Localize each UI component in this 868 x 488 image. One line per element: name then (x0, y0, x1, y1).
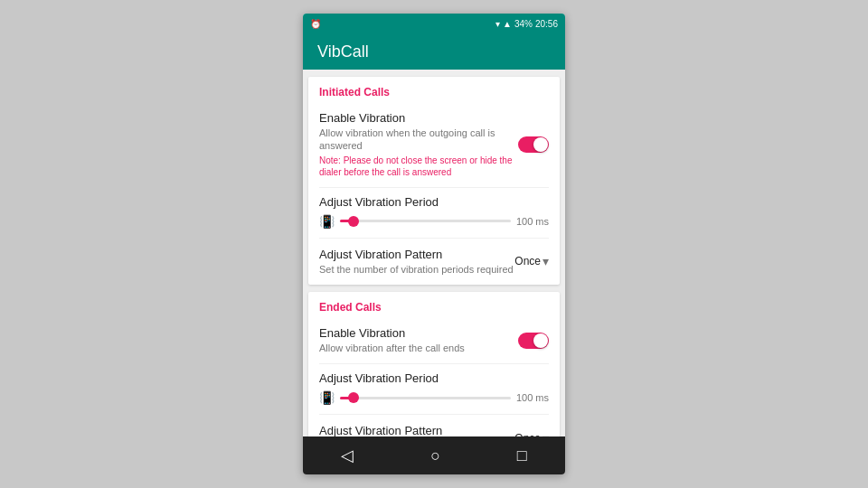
vibration-pattern-initiated-text: Adjust Vibration Pattern Set the number … (319, 248, 514, 276)
initiated-calls-label: Initiated Calls (308, 77, 560, 102)
enable-vibration-initiated-note: Note: Please do not close the screen or … (319, 155, 518, 178)
vibration-pattern-initiated-subtitle: Set the number of vibration periods requ… (319, 263, 514, 276)
phone-container: ⏰ ▾ ▲ 34% 20:56 VibCall Initiated Calls … (303, 14, 565, 474)
vibration-pattern-initiated-title: Adjust Vibration Pattern (319, 248, 514, 261)
vibration-period-ended-track[interactable] (340, 397, 511, 399)
enable-vibration-initiated-text: Enable Vibration Allow vibration when th… (319, 111, 518, 178)
enable-vibration-initiated-row: Enable Vibration Allow vibration when th… (308, 102, 560, 187)
enable-vibration-ended-row: Enable Vibration Allow vibration after t… (308, 317, 560, 363)
status-bar: ⏰ ▾ ▲ 34% 20:56 (303, 14, 565, 33)
back-button[interactable]: ◁ (341, 446, 354, 465)
vibration-period-initiated-value: 100 ms (516, 216, 549, 227)
vibration-pattern-initiated-dropdown[interactable]: Once ▾ (514, 254, 549, 268)
alarm-icon: ⏰ (310, 19, 321, 29)
slider-thumb-initiated (348, 216, 359, 227)
vibration-pattern-initiated-row: Adjust Vibration Pattern Set the number … (308, 239, 560, 285)
initiated-calls-card: Initiated Calls Enable Vibration Allow v… (308, 77, 560, 285)
wifi-icon: ▾ (495, 19, 500, 29)
enable-vibration-initiated-subtitle: Allow vibration when the outgoing call i… (319, 127, 518, 153)
app-bar: VibCall (303, 33, 565, 70)
enable-vibration-initiated-toggle[interactable] (518, 136, 549, 153)
bottom-nav: ◁ ○ □ (303, 436, 565, 474)
enable-vibration-initiated-title: Enable Vibration (319, 111, 518, 125)
app-title: VibCall (317, 42, 369, 61)
vibration-icon-ended: 📳 (319, 390, 335, 405)
vibration-period-initiated-title: Adjust Vibration Period (308, 188, 560, 211)
dropdown-arrow-initiated: ▾ (542, 254, 549, 268)
vibration-period-ended-title: Adjust Vibration Period (308, 364, 560, 387)
vibration-pattern-ended-row: Adjust Vibration Pattern Set the number … (308, 415, 560, 436)
content-area: Initiated Calls Enable Vibration Allow v… (303, 70, 565, 436)
ended-calls-card: Ended Calls Enable Vibration Allow vibra… (308, 292, 560, 436)
vibration-period-initiated-row: 📳 100 ms (308, 211, 560, 238)
home-button[interactable]: ○ (430, 446, 440, 465)
vibration-pattern-ended-text: Adjust Vibration Pattern Set the number … (319, 424, 514, 436)
slider-thumb-ended (348, 392, 359, 403)
status-bar-right: ▾ ▲ 34% 20:56 (495, 19, 558, 29)
vibration-period-ended-row: 📳 100 ms (308, 387, 560, 414)
enable-vibration-ended-title: Enable Vibration (319, 326, 518, 340)
status-bar-left: ⏰ (310, 19, 492, 29)
vibration-pattern-ended-title: Adjust Vibration Pattern (319, 424, 514, 436)
vibration-period-ended-value: 100 ms (516, 392, 549, 403)
signal-icon: ▲ (503, 19, 512, 29)
vibration-pattern-initiated-value: Once (514, 255, 541, 267)
battery-percent: 34% (514, 19, 533, 29)
ended-calls-label: Ended Calls (308, 292, 560, 317)
enable-vibration-ended-subtitle: Allow vibration after the call ends (319, 342, 518, 354)
enable-vibration-ended-text: Enable Vibration Allow vibration after t… (319, 326, 518, 354)
vibration-period-initiated-track[interactable] (340, 220, 511, 222)
recent-button[interactable]: □ (517, 446, 527, 465)
vibration-icon-initiated: 📳 (319, 214, 335, 229)
enable-vibration-ended-toggle[interactable] (518, 333, 549, 349)
time-display: 20:56 (535, 19, 558, 29)
